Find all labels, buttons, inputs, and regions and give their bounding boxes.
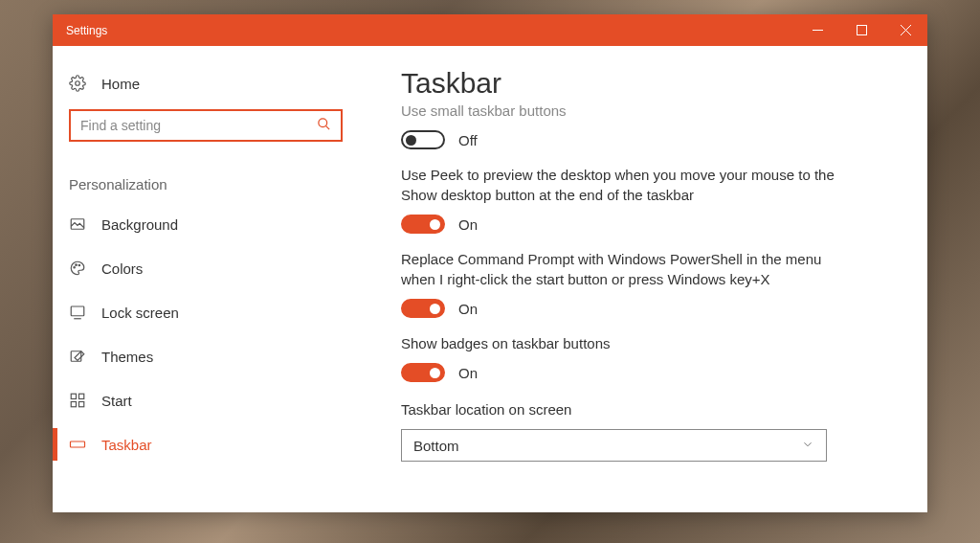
taskbar-icon [69, 436, 86, 453]
setting-location-label: Taskbar location on screen [401, 401, 880, 418]
close-button[interactable] [883, 14, 927, 46]
nav-label: Themes [101, 349, 153, 365]
toggle-knob [406, 135, 416, 146]
sidebar-item-lock-screen[interactable]: Lock screen [53, 290, 359, 334]
window-title: Settings [66, 24, 795, 37]
home-nav[interactable]: Home [53, 67, 359, 105]
maximize-icon [857, 25, 867, 35]
toggle-badges-row: On [401, 363, 880, 382]
toggle-knob [430, 368, 440, 378]
settings-window: Settings Home [53, 14, 927, 512]
close-icon [901, 25, 911, 35]
maximize-button[interactable] [839, 14, 883, 46]
svg-point-10 [78, 264, 80, 266]
content-area: Home Personalization Background Colo [53, 46, 927, 512]
palette-icon [69, 260, 86, 277]
svg-point-8 [74, 267, 76, 269]
themes-icon [69, 348, 86, 365]
toggle-peek-row: On [401, 215, 880, 234]
sidebar-item-taskbar[interactable]: Taskbar [53, 422, 359, 466]
sidebar: Home Personalization Background Colo [53, 46, 359, 512]
setting-powershell-label: Replace Command Prompt with Windows Powe… [401, 249, 841, 289]
titlebar: Settings [53, 14, 927, 46]
toggle-peek[interactable] [401, 215, 445, 234]
sidebar-item-background[interactable]: Background [53, 202, 359, 246]
toggle-knob [430, 304, 440, 314]
start-icon [69, 392, 86, 409]
svg-rect-17 [79, 402, 84, 407]
svg-line-6 [325, 125, 329, 129]
svg-rect-11 [71, 306, 84, 316]
window-controls [795, 14, 927, 46]
nav-label: Start [101, 393, 132, 409]
minimize-icon [813, 25, 823, 35]
toggle-powershell-row: On [401, 299, 880, 318]
chevron-down-icon [801, 438, 814, 454]
section-header: Personalization [53, 142, 359, 202]
sidebar-item-themes[interactable]: Themes [53, 334, 359, 378]
svg-rect-16 [71, 402, 76, 407]
main-panel: Taskbar Use small taskbar buttons Off Us… [359, 46, 927, 512]
svg-rect-1 [857, 26, 866, 35]
toggle-state: Off [458, 132, 478, 148]
toggle-state: On [458, 216, 478, 233]
setting-badges-label: Show badges on taskbar buttons [401, 333, 841, 353]
minimize-button[interactable] [795, 14, 839, 46]
taskbar-location-dropdown[interactable]: Bottom [401, 429, 827, 462]
svg-rect-18 [71, 441, 85, 447]
setting-small-buttons-label: Use small taskbar buttons [401, 101, 841, 121]
svg-rect-15 [79, 394, 84, 398]
svg-point-4 [76, 81, 80, 86]
monitor-icon [69, 304, 86, 321]
home-label: Home [101, 76, 140, 92]
sidebar-item-colors[interactable]: Colors [53, 246, 359, 290]
gear-icon [69, 75, 86, 92]
sidebar-item-start[interactable]: Start [53, 378, 359, 422]
setting-peek-label: Use Peek to preview the desktop when you… [401, 165, 841, 205]
nav-label: Lock screen [101, 305, 179, 321]
svg-rect-14 [71, 394, 76, 398]
nav-label: Colors [101, 260, 143, 277]
toggle-small-buttons-row: Off [401, 130, 880, 149]
page-title: Taskbar [401, 67, 880, 100]
toggle-badges[interactable] [401, 363, 445, 382]
search-icon [317, 117, 331, 135]
svg-point-9 [76, 264, 78, 266]
toggle-small-buttons[interactable] [401, 130, 445, 149]
toggle-powershell[interactable] [401, 299, 445, 318]
picture-icon [69, 215, 86, 233]
toggle-state: On [458, 365, 478, 381]
nav-label: Background [101, 216, 178, 233]
search-input[interactable] [80, 118, 317, 133]
toggle-knob [430, 219, 440, 230]
toggle-state: On [458, 301, 478, 317]
nav-label: Taskbar [101, 437, 152, 453]
search-box[interactable] [69, 109, 343, 142]
svg-point-5 [319, 118, 327, 126]
dropdown-value: Bottom [413, 438, 459, 454]
